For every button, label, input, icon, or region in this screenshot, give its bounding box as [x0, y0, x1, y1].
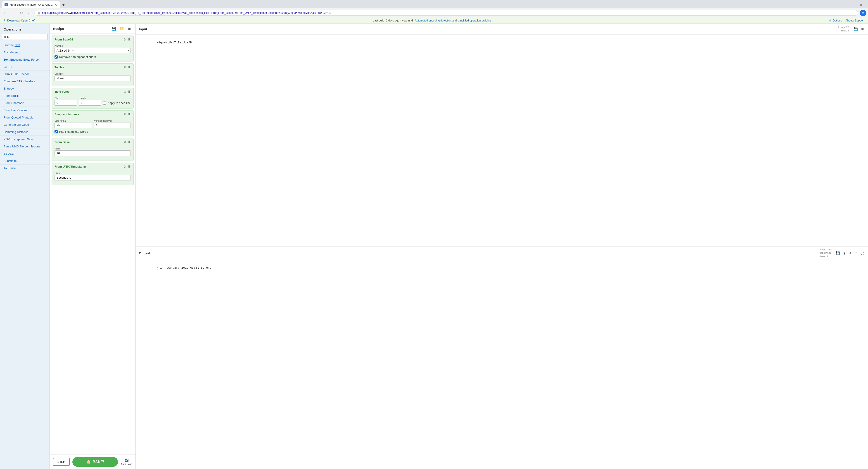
clear-recipe-button[interactable]: 🗑: [127, 26, 132, 31]
home-button[interactable]: ⌂: [26, 10, 33, 16]
profile-button[interactable]: M: [860, 10, 866, 16]
input-title: Input: [139, 27, 147, 31]
output-fullscreen-button[interactable]: ⛶: [860, 251, 865, 255]
bake-icon: 🧁: [86, 460, 91, 464]
op-take-bytes-start-input[interactable]: [55, 100, 77, 105]
sidebar-item-from-quoted-printable[interactable]: From Quoted Printable: [0, 114, 50, 121]
sidebar-item-to-braille[interactable]: To Braille: [0, 165, 50, 172]
op-swap-endianness: Swap endianness ⊘ ⏸ Data format: [52, 111, 134, 136]
load-recipe-button[interactable]: 📁: [119, 26, 125, 31]
forward-button[interactable]: →: [10, 10, 16, 16]
op-take-bytes-pause[interactable]: ⏸: [128, 90, 131, 93]
op-from-base-title: From Base: [55, 140, 70, 144]
reload-button[interactable]: ↻: [18, 10, 24, 16]
active-tab[interactable]: C From Base64, 5 more - CyberChe... ✕: [2, 1, 60, 8]
download-text: Download CyberChef: [7, 19, 35, 22]
output-refresh-button[interactable]: ↺: [847, 251, 852, 255]
sidebar-item-compare-ctph-hashes[interactable]: Compare CTPH hashes: [0, 78, 50, 85]
sidebar-item-generate-qr-code[interactable]: Generate QR Code: [0, 121, 50, 128]
op-from-unix-timestamp-pause[interactable]: ⏸: [128, 165, 131, 168]
new-tab-button[interactable]: +: [60, 1, 105, 8]
sidebar-item-ctph[interactable]: CTPH: [0, 63, 50, 70]
op-swap-endianness-format-input[interactable]: [55, 123, 92, 128]
op-take-bytes-start-label: Start: [55, 97, 77, 99]
output-undo-button[interactable]: ↩: [854, 251, 858, 255]
input-length-value: 20: [846, 26, 849, 29]
download-link[interactable]: ⬇ Download CyberChef: [4, 19, 35, 22]
op-from-unix-timestamp-disable[interactable]: ⊘: [123, 165, 126, 168]
auto-bake-checkbox[interactable]: [125, 459, 128, 462]
io-panels: Input length: 20 lines: 1 💾 ⊞: [136, 24, 868, 469]
search-input[interactable]: [2, 34, 48, 40]
op-to-hex-disable[interactable]: ⊘: [123, 65, 126, 69]
bake-button[interactable]: 🧁 BAKE!: [72, 457, 118, 467]
op-from-base64-alphabet-select[interactable]: A-Za-z0-9-_= A-Za-z0-9+/=: [55, 48, 131, 53]
op-swap-endianness-wordlen-input[interactable]: [94, 123, 131, 128]
sidebar-item-from-charcode[interactable]: From Charcode: [0, 99, 50, 107]
op-to-hex-pause[interactable]: ⏸: [128, 65, 131, 69]
sidebar-item-decode-text[interactable]: Decode text: [0, 41, 50, 49]
sidebar-item-from-hex-content[interactable]: From Hex Content: [0, 107, 50, 114]
op-from-unix-timestamp-body: Units: [52, 170, 133, 185]
op-swap-endianness-pad-label: Pad incomplete words: [59, 130, 88, 133]
op-from-base64-disable[interactable]: ⊘: [123, 37, 126, 41]
step-button[interactable]: STEP: [53, 458, 70, 466]
op-swap-endianness-fields-row: Data format Word length (bytes): [55, 120, 131, 128]
op-from-base-disable[interactable]: ⊘: [123, 140, 126, 144]
sidebar-item-pgp-encrypt-and-sign[interactable]: PGP Encrypt and Sign: [0, 136, 50, 143]
op-from-base-radix-input[interactable]: [55, 150, 131, 156]
input-panel: Input length: 20 lines: 1 💾 ⊞: [136, 24, 868, 247]
address-bar[interactable]: 🔒 https://gchq.github.io/CyberChef/#reci…: [34, 10, 858, 15]
op-from-base64-alphabet-wrapper[interactable]: A-Za-z0-9-_= A-Za-z0-9+/=: [55, 48, 131, 53]
tab-close-button[interactable]: ✕: [55, 3, 57, 6]
sidebar-item-citrix-ctx1-decode[interactable]: Citrix CTX1 Decode: [0, 70, 50, 78]
op-to-hex-header: To Hex ⊘ ⏸: [52, 64, 133, 71]
op-from-base64-remove-checkbox-row: Remove non-alphabet chars: [55, 55, 131, 59]
close-button[interactable]: ✕: [858, 2, 864, 8]
search-box[interactable]: [2, 34, 48, 40]
op-take-bytes-apply-checkbox[interactable]: [103, 101, 106, 105]
op-from-base64-remove-checkbox[interactable]: [55, 55, 58, 59]
encoding-link[interactable]: Automated encoding detection: [415, 19, 452, 22]
about-support-link[interactable]: About / Support: [846, 19, 864, 22]
sidebar-item-ssdeep[interactable]: SSDEEP: [0, 150, 50, 157]
save-recipe-button[interactable]: 💾: [111, 26, 117, 31]
op-from-unix-timestamp-actions: ⊘ ⏸: [123, 165, 131, 168]
options-link[interactable]: ⚙ Options: [829, 19, 842, 22]
sidebar-item-entropy[interactable]: Entropy: [0, 85, 50, 92]
output-length-value: 31: [829, 251, 831, 254]
input-grid-button[interactable]: ⊞: [860, 27, 865, 31]
sidebar-item-parse-unix-file-permissions[interactable]: Parse UNIX file permissions: [0, 143, 50, 150]
op-swap-endianness-pause[interactable]: ⏸: [128, 113, 131, 116]
op-to-hex-delimiter-input[interactable]: [55, 75, 131, 81]
input-lines-value: 1: [848, 29, 849, 32]
sidebar-item-encode-text[interactable]: Encode text: [0, 49, 50, 56]
input-save-button[interactable]: 💾: [852, 27, 859, 31]
op-from-unix-timestamp-units-input[interactable]: [55, 175, 131, 181]
sidebar-item-hamming-distance[interactable]: Hamming Distance: [0, 128, 50, 136]
op-from-base-pause[interactable]: ⏸: [128, 140, 131, 144]
tab-bar: C From Base64, 5 more - CyberChe... ✕ + …: [0, 0, 868, 8]
sidebar-item-from-braille[interactable]: From Braille: [0, 92, 50, 99]
operation-link[interactable]: simplified operation building: [458, 19, 491, 22]
back-button[interactable]: ←: [2, 10, 8, 16]
op-swap-endianness-body: Data format Word length (bytes) Pad inco…: [52, 118, 133, 136]
op-from-base: From Base ⊘ ⏸ Radix: [52, 138, 134, 161]
op-from-base64-pause[interactable]: ⏸: [128, 37, 131, 41]
restore-button[interactable]: ❐: [851, 2, 857, 8]
output-lines-label: lines:: [820, 255, 826, 258]
op-take-bytes-length-input[interactable]: [79, 100, 101, 105]
sidebar-item-substitute[interactable]: Substitute: [0, 157, 50, 165]
op-swap-endianness-pad-checkbox[interactable]: [55, 130, 58, 133]
op-to-hex-delimiter-field: Delimiter: [55, 72, 131, 81]
output-copy-button[interactable]: ⎘: [842, 251, 846, 255]
op-take-bytes-header: Take bytes ⊘ ⏸: [52, 88, 133, 95]
op-swap-endianness-disable[interactable]: ⊘: [123, 113, 126, 116]
minimize-button[interactable]: −: [844, 2, 850, 8]
op-from-base64-body: Alphabet A-Za-z0-9-_= A-Za-z0-9+/= Remov…: [52, 43, 133, 61]
output-save-button[interactable]: 💾: [835, 251, 841, 255]
op-take-bytes-body: Start Length Apply to each line: [52, 95, 133, 108]
input-content[interactable]: X9guXKlUxvTxBYLJiYAD: [136, 35, 868, 246]
op-take-bytes-disable[interactable]: ⊘: [123, 90, 126, 93]
sidebar-item-text-encoding-brute-force[interactable]: Text Encoding Brute Force: [0, 56, 50, 63]
